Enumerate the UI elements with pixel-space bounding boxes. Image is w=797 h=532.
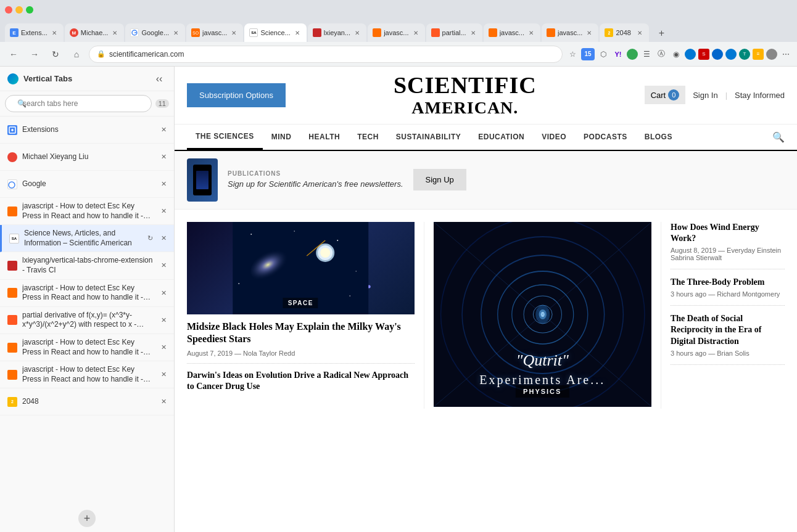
browser-tab-ext[interactable]: E Extens... ✕ bbox=[5, 23, 64, 42]
close-tab-michael[interactable]: ✕ bbox=[158, 152, 169, 163]
close-tab-sa[interactable]: ✕ bbox=[158, 233, 169, 244]
menu-icon[interactable]: ⋯ bbox=[780, 48, 792, 60]
tab-close-google[interactable]: ✕ bbox=[171, 28, 180, 37]
shield-icon[interactable]: 15 bbox=[581, 48, 595, 60]
sidebar-item-js3[interactable]: javascript - How to detect Esc Key Press… bbox=[0, 334, 174, 361]
sidebar-item-google[interactable]: Google ✕ bbox=[0, 171, 174, 198]
sidebar-item-js2[interactable]: javascript - How to detect Esc Key Press… bbox=[0, 280, 174, 307]
tab-close-js1[interactable]: ✕ bbox=[229, 28, 238, 37]
close-tab-js3[interactable]: ✕ bbox=[158, 342, 169, 353]
tab-favicon-js3-sidebar bbox=[7, 343, 17, 353]
back-button[interactable]: ← bbox=[5, 46, 22, 63]
browser-tab-michael[interactable]: M Michae... ✕ bbox=[65, 23, 125, 42]
tab-favicon-partial-sidebar bbox=[7, 315, 17, 325]
close-tab-js2[interactable]: ✕ bbox=[158, 287, 169, 298]
sidebar-title: Vertical Tabs bbox=[23, 74, 147, 83]
nav-item-health[interactable]: HEALTH bbox=[300, 125, 349, 149]
tab-favicon-2048: 2 bbox=[605, 28, 613, 37]
nav-search-icon[interactable]: 🔍 bbox=[772, 131, 785, 143]
stay-informed-link[interactable]: Stay Informed bbox=[735, 91, 785, 100]
url-bar[interactable]: 🔒 scientificamerican.com bbox=[89, 46, 563, 63]
signup-button[interactable]: Sign Up bbox=[413, 169, 466, 190]
yahoo-icon[interactable]: Y! bbox=[612, 48, 624, 60]
browser-tab-google[interactable]: Google... ✕ bbox=[125, 23, 185, 42]
sidebar-item-partial[interactable]: partial derivative of f(x,y)= (x^3*y-x*y… bbox=[0, 307, 174, 334]
subscribe-button[interactable]: Subscription Options bbox=[187, 83, 286, 107]
sidebar-item-js4[interactable]: javascript - How to detect Esc Key Press… bbox=[0, 361, 174, 388]
minimize-window-button[interactable] bbox=[15, 6, 23, 14]
nav-item-education[interactable]: EDUCATION bbox=[469, 125, 533, 149]
translator-icon[interactable]: T bbox=[739, 49, 750, 60]
tab-close-2048[interactable]: ✕ bbox=[635, 28, 644, 37]
brand-icon-4[interactable] bbox=[712, 49, 723, 60]
browser-tab-js2[interactable]: javasc... ✕ bbox=[368, 23, 424, 42]
browser-tab-partial[interactable]: partial... ✕ bbox=[426, 23, 482, 42]
home-button[interactable]: ⌂ bbox=[68, 46, 85, 63]
tab-close-sa[interactable]: ✕ bbox=[293, 28, 302, 37]
search-bar-container: 🔍 11 bbox=[0, 91, 174, 117]
tab-actions-js3: ✕ bbox=[158, 342, 169, 353]
nav-item-sustainability[interactable]: SUSTAINABILITY bbox=[387, 125, 469, 149]
close-tab-js1[interactable]: ✕ bbox=[158, 206, 169, 217]
collections-icon[interactable]: ⬡ bbox=[597, 48, 609, 60]
close-tab-lxieyang[interactable]: ✕ bbox=[158, 260, 169, 271]
maximize-window-button[interactable] bbox=[26, 6, 33, 14]
nav-item-mind[interactable]: MIND bbox=[263, 125, 300, 149]
tab-close-lxieyang[interactable]: ✕ bbox=[353, 28, 361, 37]
brand-icon-5[interactable] bbox=[725, 49, 737, 60]
add-tab-button[interactable]: + bbox=[78, 510, 96, 527]
nav-item-sciences[interactable]: THE SCIENCES bbox=[187, 125, 263, 150]
tab-favicon-sa: SA bbox=[249, 28, 258, 37]
new-tab-button[interactable]: + bbox=[653, 25, 670, 42]
reload-button[interactable]: ↻ bbox=[47, 46, 64, 63]
reader-mode-icon[interactable]: ☰ bbox=[640, 48, 653, 60]
close-window-button[interactable] bbox=[5, 6, 12, 14]
sidebar-item-michael[interactable]: Michael Xieyang Liu ✕ bbox=[0, 144, 174, 171]
newsletter-banner: PUBLICATIONS Sign up for Scientific Amer… bbox=[175, 151, 797, 210]
browser-tab-js4[interactable]: javasc... ✕ bbox=[542, 23, 598, 42]
close-tab-partial[interactable]: ✕ bbox=[158, 314, 169, 325]
sidebar-icon[interactable]: ≡ bbox=[753, 49, 764, 60]
sign-in-link[interactable]: Sign In bbox=[693, 91, 717, 100]
close-tab-extensions[interactable]: ✕ bbox=[158, 125, 169, 136]
sidebar-item-sa[interactable]: SA Science News, Articles, and Informati… bbox=[0, 225, 174, 252]
tab-title-js3: javasc... bbox=[500, 29, 524, 36]
tab-close-ext[interactable]: ✕ bbox=[50, 28, 59, 37]
immersive-icon[interactable]: ◉ bbox=[670, 48, 682, 60]
browser-tab-sa[interactable]: SA Science... ✕ bbox=[244, 23, 306, 42]
tab-close-michael[interactable]: ✕ bbox=[110, 28, 119, 37]
browser-tab-js3[interactable]: javasc... ✕ bbox=[484, 23, 540, 42]
reload-tab-sa[interactable]: ↻ bbox=[144, 233, 155, 244]
sidebar-item-lxieyang[interactable]: lxieyang/vertical-tabs-chrome-extension … bbox=[0, 252, 174, 279]
brand-icon-3[interactable]: S bbox=[698, 49, 709, 60]
nav-item-tech[interactable]: TECH bbox=[349, 125, 387, 149]
tab-close-partial[interactable]: ✕ bbox=[469, 28, 477, 37]
nav-item-video[interactable]: VIDEO bbox=[533, 125, 575, 149]
browser-tab-lxieyang[interactable]: lxieyan... ✕ bbox=[308, 23, 366, 42]
browser-tab-2048[interactable]: 2 2048 ✕ bbox=[600, 23, 649, 42]
sidebar-item-extensions[interactable]: Extensions ✕ bbox=[0, 117, 174, 144]
tab-close-js4[interactable]: ✕ bbox=[585, 28, 593, 37]
browser-tab-js1[interactable]: SO javasc... ✕ bbox=[186, 23, 243, 42]
browser-icon-a[interactable]: Ⓐ bbox=[655, 48, 667, 60]
forward-button[interactable]: → bbox=[26, 46, 43, 63]
sidebar-item-2048[interactable]: 2 2048 ✕ bbox=[0, 388, 174, 415]
profile-icon[interactable] bbox=[766, 49, 777, 60]
search-wrapper: 🔍 bbox=[5, 95, 152, 112]
brand-icon-1[interactable] bbox=[627, 49, 638, 60]
collapse-sidebar-button[interactable]: ‹‹ bbox=[152, 72, 167, 86]
close-tab-2048[interactable]: ✕ bbox=[158, 396, 169, 407]
tab-close-js3[interactable]: ✕ bbox=[527, 28, 535, 37]
close-tab-google[interactable]: ✕ bbox=[158, 179, 169, 190]
cart-button[interactable]: Cart 0 bbox=[645, 86, 686, 104]
sidebar-item-js1[interactable]: javascript - How to detect Esc Key Press… bbox=[0, 198, 174, 225]
nav-item-blogs[interactable]: BLOGS bbox=[636, 125, 681, 149]
close-tab-js4[interactable]: ✕ bbox=[158, 369, 169, 380]
star-icon[interactable]: ☆ bbox=[566, 48, 579, 60]
brand-icon-2[interactable] bbox=[685, 49, 696, 60]
tab-count-badge: 11 bbox=[155, 99, 169, 108]
tab-favicon-extensions bbox=[7, 125, 17, 135]
tab-search-input[interactable] bbox=[5, 95, 152, 112]
tab-close-js2[interactable]: ✕ bbox=[411, 28, 420, 37]
nav-item-podcasts[interactable]: PODCASTS bbox=[575, 125, 636, 149]
